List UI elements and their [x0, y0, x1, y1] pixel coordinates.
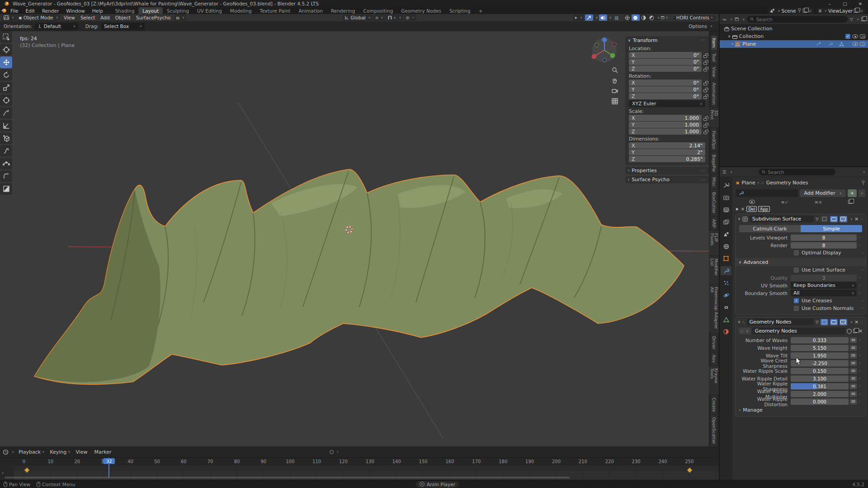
n-panel-tab[interactable]: Modifier List — [709, 256, 719, 284]
animate-dot[interactable]: · — [857, 375, 863, 381]
input-attribute-toggle[interactable] — [850, 399, 857, 404]
collapsed-panel[interactable]: › Properties ∷∷ — [625, 167, 709, 174]
scale-field[interactable]: X1.000 — [629, 115, 702, 121]
collapsed-panel[interactable]: › Surface Psycho ∷∷ — [625, 176, 709, 183]
timeline-menu-item[interactable]: View — [73, 449, 91, 455]
input-attribute-toggle[interactable] — [850, 384, 857, 389]
dimension-field[interactable]: Y2" — [629, 149, 705, 155]
n-panel-tab[interactable]: Aov — [711, 352, 717, 365]
maximize-button[interactable]: ▢ — [837, 1, 853, 6]
animate-dot[interactable]: · — [859, 267, 866, 273]
new-scene-icon[interactable] — [803, 9, 807, 13]
drag-handle-icon[interactable]: ∷ — [860, 217, 863, 221]
viewport-menu-item[interactable]: Select — [78, 15, 98, 20]
delete-viewlayer-icon[interactable]: × — [859, 8, 863, 14]
n-panel-tab[interactable]: Freemocap Adapter Alt — [709, 285, 719, 333]
modifier-list-row[interactable]: ▶ × Del App — [736, 206, 865, 212]
menu-item[interactable]: Edit — [22, 8, 38, 14]
lock-icon[interactable] — [703, 96, 707, 99]
animate-dot[interactable]: · — [859, 250, 866, 256]
outliner-row-scene-collection[interactable]: Scene Collection — [720, 25, 868, 33]
new-collection-icon[interactable] — [861, 17, 865, 21]
workspace-tab[interactable]: Shading — [111, 7, 139, 14]
viewport-menu-item[interactable]: SurfacePsycho — [133, 15, 174, 20]
workspace-tab[interactable]: + — [475, 7, 487, 14]
camera-view-icon[interactable] — [610, 86, 619, 95]
chevron-down-icon[interactable]: ∨ — [336, 450, 339, 454]
n-panel-tab[interactable]: Krayne Tools — [709, 366, 719, 394]
pin-icon[interactable] — [797, 8, 802, 13]
pan-hand-icon[interactable] — [610, 76, 619, 85]
input-attribute-toggle[interactable] — [850, 391, 857, 397]
chevron-down-icon[interactable]: ∨ — [738, 320, 741, 324]
chevron-down-icon[interactable]: ∨ — [742, 18, 745, 21]
viewport-menu-item[interactable]: View — [61, 15, 78, 20]
uv-smooth-dropdown[interactable]: Keep Boundaries∨ — [791, 282, 857, 289]
transform-panel-title[interactable]: Transform — [633, 38, 658, 43]
remove-all-icon[interactable]: ≡× — [815, 200, 822, 205]
workspace-tab[interactable]: Rendering — [327, 7, 359, 14]
breadcrumb-modifier[interactable]: Geometry Nodes — [766, 180, 808, 186]
new-node-group-icon[interactable] — [853, 329, 857, 333]
filter-icon[interactable]: ▽ — [850, 17, 853, 22]
modifier-search-field[interactable] — [736, 189, 798, 197]
new-viewlayer-icon[interactable] — [854, 9, 858, 13]
quality-field[interactable]: 3 — [791, 275, 857, 281]
n-panel-tab[interactable]: Driver — [711, 334, 717, 352]
playhead-frame-badge[interactable]: 32 — [103, 458, 115, 464]
input-attribute-toggle[interactable] — [850, 368, 857, 374]
catmull-clark-button[interactable]: Catmull-Clark — [739, 225, 801, 232]
options-button[interactable]: Options ∨ — [689, 23, 712, 29]
scale-field[interactable]: Z1.000 — [629, 128, 702, 135]
edit-mode-toggle[interactable] — [821, 319, 828, 325]
lock-icon[interactable] — [703, 62, 707, 65]
menu-item[interactable]: Render — [38, 8, 62, 14]
viewport-3d[interactable]: fps: 24 (32) Collection | Plane — [0, 31, 719, 446]
node-group-browse-button[interactable]: ∴ ∨ — [739, 328, 751, 334]
timeline-menu-item[interactable]: Keying∨ — [47, 449, 73, 455]
snap-button[interactable]: ⊹∨ — [386, 14, 403, 21]
input-attribute-toggle[interactable] — [850, 338, 857, 343]
disable-render-icon[interactable] — [860, 34, 865, 38]
outliner-row-collection[interactable]: ∨ Collection ✓ — [720, 33, 868, 40]
xray-toggle[interactable]: 回 — [613, 14, 621, 21]
apply-all-icon[interactable]: ≡✓ — [781, 200, 788, 205]
proportional-edit-button[interactable]: ◎∨ — [404, 14, 416, 21]
menu-item[interactable]: File — [7, 8, 22, 14]
animate-dot[interactable]: · — [857, 345, 863, 351]
gn-input-field[interactable]: 0.333 — [791, 337, 849, 343]
n-panel-tab[interactable]: Misc — [711, 175, 717, 189]
properties-search[interactable] — [759, 169, 835, 175]
drag-handle-icon[interactable]: ∷∷ — [700, 38, 706, 42]
levels-viewport-field[interactable]: 8 — [791, 235, 857, 241]
gn-input-field[interactable]: 5.150 — [791, 345, 849, 351]
edit-mode-toggle[interactable] — [821, 216, 828, 222]
delete-scene-icon[interactable]: × — [808, 8, 812, 14]
tab-output[interactable] — [721, 205, 731, 214]
n-panel-tab[interactable]: OpenScatter — [711, 415, 717, 446]
dimension-field[interactable]: Z0.285" — [629, 156, 705, 162]
tab-material[interactable] — [721, 327, 731, 336]
extras-button[interactable]: ∨ — [859, 189, 865, 197]
timeline-menu-item[interactable]: Playback∨ — [16, 449, 47, 455]
tab-tool[interactable] — [721, 181, 731, 190]
gn-input-field[interactable]: 2.000 — [791, 391, 849, 397]
workspace-tab[interactable]: Modeling — [226, 7, 256, 14]
render-toggle[interactable] — [840, 216, 847, 222]
hide-viewport-icon[interactable] — [852, 34, 858, 38]
chevron-down-icon[interactable]: ∨ — [12, 450, 14, 454]
animate-dot[interactable]: · — [857, 337, 863, 343]
lock-icon[interactable] — [703, 131, 707, 134]
editor-type-button[interactable]: ∨ — [2, 14, 16, 21]
render-toggle[interactable] — [840, 319, 847, 325]
menu-item[interactable]: Window — [62, 8, 88, 14]
animate-dot[interactable]: · — [857, 290, 863, 296]
orientation-setting-dropdown[interactable]: Default ∨ — [35, 23, 78, 30]
n-panel-tab[interactable]: HardOps — [711, 128, 717, 151]
tab-constraints[interactable] — [721, 303, 731, 312]
properties-search-input[interactable] — [768, 169, 832, 175]
workspace-tab[interactable]: Layout — [138, 7, 163, 14]
animate-dot[interactable]: · — [857, 399, 863, 404]
viewport-menu-item[interactable]: Object — [113, 15, 133, 20]
lock-icon[interactable] — [703, 69, 707, 71]
